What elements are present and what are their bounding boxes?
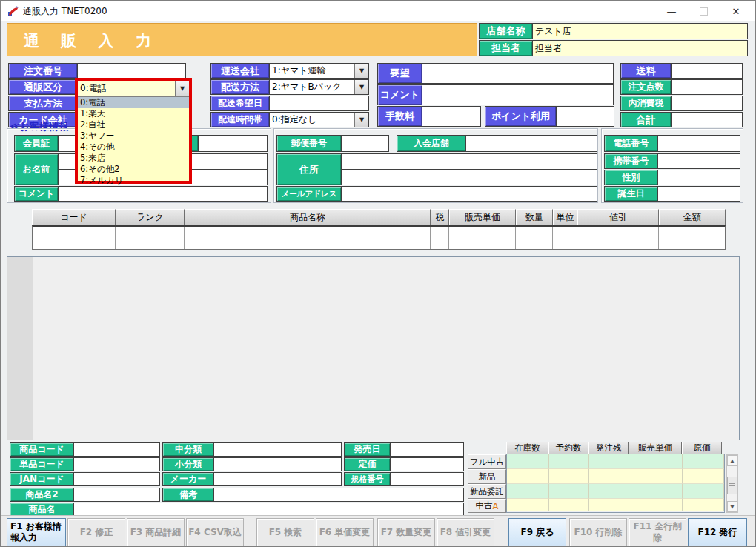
member-card-field[interactable] [199, 136, 267, 151]
stock-data-row [507, 469, 724, 484]
ship-method-dropdown-icon[interactable]: ▼ [354, 80, 368, 94]
address-field-1[interactable] [342, 154, 597, 170]
cell-qty[interactable] [516, 227, 553, 249]
f6-unit-price-button[interactable]: F6 単価変更 [316, 518, 374, 546]
product-name-field[interactable] [74, 503, 463, 516]
ship-method-combo[interactable]: 2:ヤマトBパック ▼ [270, 80, 368, 94]
channel-option-2[interactable]: 2:自社 [78, 119, 189, 130]
minimize-button[interactable]: — [655, 1, 688, 21]
cell-discount[interactable] [577, 227, 659, 249]
f8-discount-button[interactable]: F8 値引変更 [437, 518, 494, 546]
gender-field[interactable] [658, 170, 740, 185]
maker-field[interactable] [214, 473, 341, 485]
channel-option-4[interactable]: 4:その他 [78, 142, 189, 153]
channel-option-0[interactable]: 0:電話 [78, 97, 189, 108]
carrier-value: 1:ヤマト運輸 [270, 64, 354, 78]
scroll-down-icon[interactable]: ▼ [727, 501, 737, 512]
product-name2-field[interactable] [74, 488, 159, 501]
time-slot-combo[interactable]: 0:指定なし ▼ [270, 113, 368, 127]
staff-row: 担当者 担当者 [479, 40, 748, 56]
carrier-dropdown-icon[interactable]: ▼ [354, 64, 368, 78]
order-no-field[interactable] [78, 64, 185, 78]
cell-unit-price[interactable] [449, 227, 516, 249]
cell-amount[interactable] [659, 227, 725, 249]
small-class-field[interactable] [214, 458, 341, 471]
channel-option-7[interactable]: 7:メルカリ [78, 175, 189, 186]
carrier-combo[interactable]: 1:ヤマト運輸 ▼ [270, 64, 368, 78]
f1-customer-info-button[interactable]: F1 お客様情報入力 [7, 518, 66, 546]
f11-all-delete-button[interactable]: F11 全行削除 [629, 518, 686, 546]
f4-csv-import-button[interactable]: F4 CSV取込 [186, 518, 244, 546]
channel-option-5[interactable]: 5:来店 [78, 153, 189, 164]
f3-product-detail-button[interactable]: F3 商品詳細 [127, 518, 185, 546]
col-amount: 金額 [659, 209, 726, 225]
total-field[interactable] [672, 113, 742, 127]
jan-code-field[interactable] [74, 473, 159, 485]
close-button[interactable]: ✕ [720, 1, 752, 21]
join-store-field[interactable] [466, 136, 597, 151]
scroll-up-icon[interactable]: ▲ [727, 455, 737, 466]
desired-date-label: 配送希望日 [211, 96, 270, 110]
tax-field[interactable] [672, 96, 742, 110]
address-field-2[interactable] [342, 170, 597, 185]
list-price-field[interactable] [391, 458, 463, 471]
f7-qty-change-button[interactable]: F7 数量変更 [377, 518, 435, 546]
standard-no-field[interactable] [391, 473, 463, 485]
staff-field[interactable]: 担当者 [533, 41, 747, 56]
channel-combo[interactable]: 0:電話 ▼ [78, 81, 189, 97]
col-qty: 数量 [516, 209, 553, 225]
fee-field[interactable] [422, 107, 480, 126]
order-comment-field[interactable] [422, 85, 613, 105]
f12-issue-button[interactable]: F12 発行 [688, 518, 747, 546]
zip-field[interactable] [342, 136, 388, 151]
release-date-field[interactable] [391, 443, 463, 456]
note-field[interactable] [214, 488, 463, 501]
channel-options-list: 0:電話 1:楽天 2:自社 3:ヤフー 4:その他 5:来店 6:その他2 7… [78, 97, 189, 182]
f9-back-button[interactable]: F9 戻る [508, 518, 566, 546]
customer-comment-field[interactable] [59, 187, 267, 201]
cell-rank[interactable] [116, 227, 185, 249]
channel-option-6[interactable]: 6:その他2 [78, 164, 189, 175]
points-field[interactable] [557, 107, 614, 126]
items-list-area[interactable] [7, 256, 740, 440]
unit-code-field[interactable] [74, 458, 159, 471]
title-bar: 通販入力 TNET0200 — ✕ [1, 1, 755, 21]
channel-label: 通販区分 [9, 80, 78, 94]
order-no-label: 注文番号 [9, 64, 78, 78]
channel-option-3[interactable]: 3:ヤフー [78, 130, 189, 142]
store-name-field[interactable]: テスト店 [533, 24, 747, 39]
items-list-row-selector[interactable] [7, 257, 33, 440]
cell-product-name[interactable] [185, 227, 431, 249]
email-field[interactable] [342, 187, 597, 201]
app-icon [7, 5, 19, 17]
order-no-row: 注文番号 [8, 63, 186, 79]
mid-class-field[interactable] [214, 443, 341, 456]
cell-code[interactable] [33, 227, 116, 249]
col-code: コード [32, 209, 116, 225]
store-name-row: 店舗名称 テスト店 [479, 23, 748, 39]
stock-cell [629, 469, 683, 484]
channel-dropdown-icon[interactable]: ▼ [175, 81, 189, 96]
channel-option-1[interactable]: 1:楽天 [78, 108, 189, 119]
small-class-label: 小分類 [163, 458, 214, 471]
list-price-label: 定価 [345, 458, 391, 471]
desired-date-field[interactable] [270, 96, 368, 110]
mobile-field[interactable] [658, 154, 740, 168]
time-slot-dropdown-icon[interactable]: ▼ [354, 113, 368, 127]
cell-unit[interactable] [553, 227, 577, 249]
item-count-field[interactable] [672, 80, 742, 94]
product-code-field[interactable] [74, 443, 159, 456]
stock-scrollbar[interactable]: ▲ ▼ [726, 454, 738, 513]
cell-tax[interactable] [431, 227, 449, 249]
request-field[interactable] [422, 64, 613, 83]
phone-field[interactable] [658, 136, 740, 151]
maximize-button[interactable] [687, 1, 720, 21]
scrollbar-thumb[interactable] [727, 477, 737, 494]
f5-search-button[interactable]: F5 検索 [256, 518, 314, 546]
shipping-field[interactable] [672, 64, 742, 78]
f10-row-delete-button[interactable]: F10 行削除 [569, 518, 627, 546]
birthday-field[interactable] [658, 187, 740, 201]
f2-edit-button[interactable]: F2 修正 [67, 518, 125, 546]
carrier-row: 運送会社 1:ヤマト運輸 ▼ [210, 63, 369, 79]
stock-row-full-used: フル中古 [468, 454, 506, 469]
